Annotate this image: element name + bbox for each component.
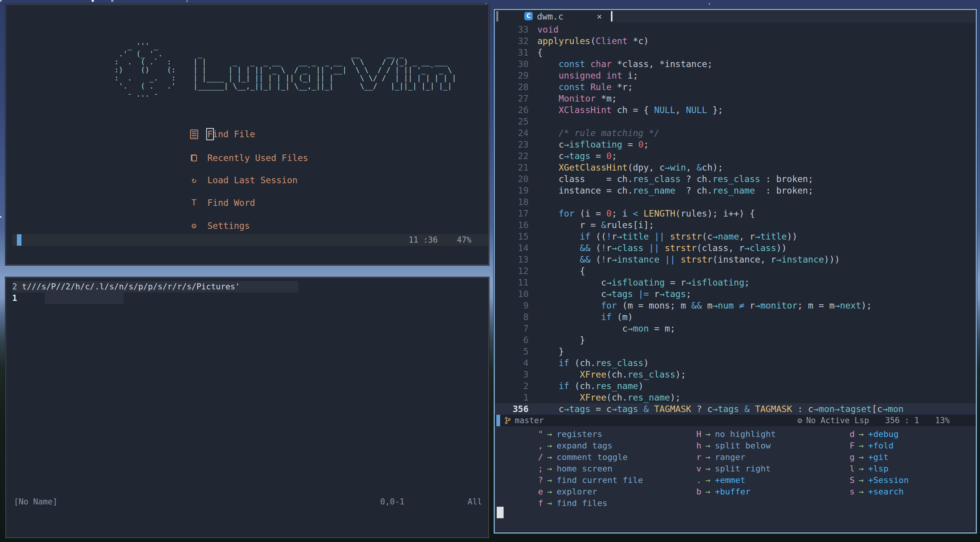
code-line[interactable]: 31{	[495, 47, 976, 58]
whichkey-binding[interactable]: e→explorer	[515, 486, 597, 498]
code-line[interactable]: 29 unsigned int i;	[495, 70, 976, 81]
whichkey-key: d	[827, 429, 855, 440]
code-line[interactable]: 27 Monitor *m;	[495, 93, 976, 104]
line-text: c→isfloating = 0;	[537, 139, 649, 150]
code-line[interactable]: 1 XFree(ch.res_name);	[495, 392, 976, 403]
whichkey-binding[interactable]: v→split right	[674, 463, 771, 475]
clock-text: 11 :36	[409, 235, 438, 245]
code-line[interactable]: 5 }	[495, 346, 976, 357]
whichkey-binding[interactable]: h→split below	[674, 440, 771, 452]
whichkey-label: comment toggle	[556, 452, 627, 463]
line-text: && (!r→instance || strstr(instance, r→in…	[537, 254, 840, 265]
arrow-right-icon: →	[855, 440, 868, 452]
code-line[interactable]: 10 c→tags |= r→tags;	[495, 288, 976, 300]
line-text: if ((!r→title || strstr(c→name, r→title)…	[537, 231, 798, 242]
code-line[interactable]: 26 XClassHint ch = { NULL, NULL };	[495, 104, 976, 116]
code-line[interactable]: 13 && (!r→instance || strstr(instance, r…	[495, 254, 976, 265]
scroll-percent: 13%	[935, 415, 950, 426]
arrow-right-icon: →	[543, 429, 556, 440]
menu-item-settings[interactable]: ⚙Settings	[189, 220, 250, 232]
whichkey-binding[interactable]: s→+search	[827, 486, 904, 498]
whichkey-key: l	[827, 463, 855, 475]
whichkey-label: split below	[715, 440, 771, 452]
code-line[interactable]: 25	[495, 116, 976, 127]
whichkey-binding[interactable]: S→+Session	[827, 475, 909, 486]
code-line[interactable]: 18	[495, 196, 976, 208]
code-line[interactable]: 12 {	[495, 265, 976, 277]
code-line[interactable]: 15 if ((!r→title || strstr(c→name, r→tit…	[495, 231, 976, 242]
arrow-right-icon: →	[855, 486, 868, 498]
code-line[interactable]: 20 class = ch.res_class ? ch.res_class :…	[495, 173, 976, 185]
arrow-right-icon: →	[543, 452, 556, 463]
line-text: /* rule matching */	[537, 127, 660, 139]
whichkey-label: +debug	[868, 429, 898, 440]
whichkey-binding[interactable]: g→+git	[827, 452, 888, 463]
whichkey-binding[interactable]: /→comment toggle	[515, 452, 628, 463]
mode-indicator-block	[496, 415, 500, 426]
menu-item-load-last-session[interactable]: ↻Load Last Session	[189, 174, 297, 186]
scroll-indicator: All	[468, 497, 482, 506]
desktop: _ ''' _ .' (_ ' . _ __ __ _ : . ( .` : |…	[0, 0, 980, 542]
tab-filename[interactable]: dwm.c	[537, 11, 563, 22]
menu-item-find-file[interactable]: Find File	[189, 128, 255, 140]
battery-text: 47%	[457, 235, 471, 245]
code-line[interactable]: 2 if (ch.res_name)	[495, 380, 976, 392]
code-line[interactable]: 33void	[495, 24, 976, 35]
whichkey-binding[interactable]: d→+debug	[827, 429, 899, 440]
whichkey-binding[interactable]: f→find files	[515, 498, 607, 509]
whichkey-binding[interactable]: F→+fold	[827, 440, 893, 452]
code-line[interactable]: 28 const Rule *r;	[495, 81, 976, 93]
menu-item-find-word[interactable]: TFind Word	[189, 197, 255, 209]
whichkey-binding[interactable]: H→no highlight	[674, 429, 776, 440]
code-line[interactable]: 24 /* rule matching */	[495, 127, 976, 139]
line-number: 29	[495, 70, 537, 81]
whichkey-binding[interactable]: r→ranger	[674, 452, 745, 463]
whichkey-binding[interactable]: .→+emmet	[674, 475, 745, 486]
code-line[interactable]: 22 c→tags = 0;	[495, 150, 976, 162]
whichkey-label: +fold	[868, 440, 893, 452]
line-text: Monitor *m;	[537, 93, 617, 104]
line-number: 28	[495, 81, 537, 93]
code-line[interactable]: 356 c→tags = c→tags & TAGMASK ? c→tags &…	[495, 403, 976, 415]
whichkey-binding[interactable]: ,→expand tags	[515, 440, 612, 452]
whichkey-key: .	[674, 475, 701, 486]
line-text: const char *class, *instance;	[537, 58, 712, 70]
code-line[interactable]: 8 if (m)	[495, 311, 976, 323]
whichkey-binding[interactable]: l→+lsp	[827, 463, 888, 475]
line-text: c→tags |= r→tags;	[537, 288, 691, 300]
cursor-position: 0,0-1	[380, 497, 404, 506]
whichkey-binding[interactable]: ?→find current file	[515, 475, 643, 486]
code-line[interactable]: 30 const char *class, *instance;	[495, 58, 976, 70]
code-line[interactable]: 19 instance = ch.res_name ? ch.res_name …	[495, 185, 976, 196]
code-line[interactable]: 6 }	[495, 334, 976, 346]
line-number: 4	[495, 357, 537, 369]
code-line[interactable]: 16 r = &rules[i];	[495, 219, 976, 231]
line-number: 23	[495, 139, 537, 150]
dashboard-window[interactable]: _ ''' _ .' (_ ' . _ __ __ _ : . ( .` : |…	[5, 4, 489, 265]
line-number: 12	[495, 265, 537, 277]
menu-item-recently-used-files[interactable]: Recently Used Files	[189, 152, 308, 164]
line-text: }	[537, 334, 585, 346]
code-line[interactable]: 14 && (!r→class || strstr(class, r→class…	[495, 242, 976, 254]
line-text: c→tags = 0;	[537, 150, 617, 162]
whichkey-key: b	[674, 486, 701, 498]
code-line[interactable]: 7 c→mon = m;	[495, 323, 976, 334]
line-number: 11	[495, 277, 537, 288]
tab-dwm-c[interactable]: C dwm.c ×	[495, 10, 611, 23]
code-line[interactable]: 23 c→isfloating = 0;	[495, 139, 976, 150]
whichkey-binding[interactable]: ;→home screen	[515, 463, 612, 475]
close-icon[interactable]: ×	[597, 11, 602, 22]
git-branch-name[interactable]: master	[515, 415, 544, 426]
code-line[interactable]: 17 for (i = 0; i < LENGTH(rules); i++) {	[495, 208, 976, 219]
code-line[interactable]: 21 XGetClassHint(dpy, c→win, &ch);	[495, 162, 976, 173]
code-line[interactable]: 11 c→isfloating = r→isfloating;	[495, 277, 976, 288]
code-line[interactable]: 32applyrules(Client *c)	[495, 35, 976, 47]
code-line[interactable]: 4 if (ch.res_class)	[495, 357, 976, 369]
code-line[interactable]: 9 for (m = mons; m && m→num ≠ r→monitor;…	[495, 300, 976, 311]
file-manager-window[interactable]: 2 t///s/P//2/h/c/.l/s/n/s/p/p/s/r/r/s/Pi…	[5, 277, 489, 538]
buffer-line-1: 1	[12, 292, 17, 304]
code-line[interactable]: 3 XFree(ch.res_class);	[495, 369, 976, 380]
whichkey-binding[interactable]: b→+buffer	[674, 486, 750, 498]
whichkey-binding[interactable]: "→registers	[515, 429, 602, 440]
arrow-right-icon: →	[855, 429, 868, 440]
